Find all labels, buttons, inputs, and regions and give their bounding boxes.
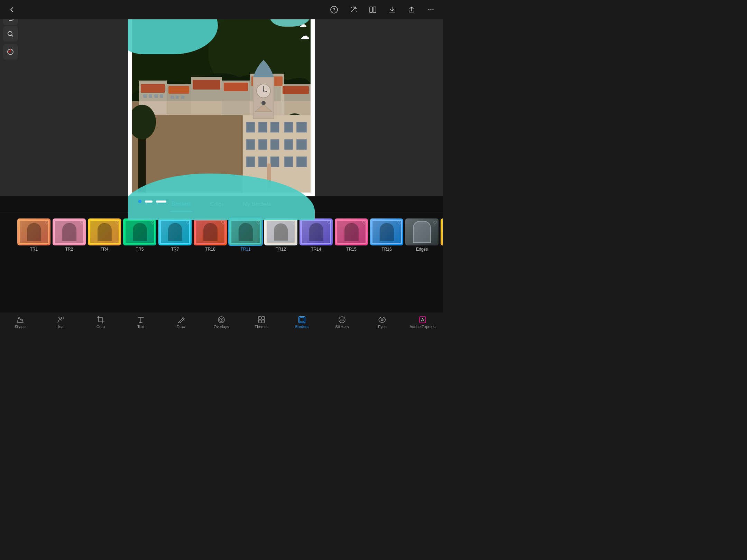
svg-rect-80 [419, 317, 426, 323]
svg-rect-56 [296, 157, 307, 167]
svg-point-75 [339, 317, 345, 323]
heart-TR5[interactable]: ♡ [150, 220, 155, 225]
more-button[interactable] [425, 3, 437, 16]
svg-rect-70 [262, 317, 265, 319]
thumb-label-TR4: TR4 [101, 247, 109, 252]
thumb-label-TR12: TR12 [276, 247, 286, 252]
svg-rect-25 [193, 80, 220, 90]
help-button[interactable]: ? [328, 3, 340, 16]
compare-button[interactable] [367, 3, 379, 16]
svg-rect-42 [246, 122, 255, 132]
svg-rect-49 [270, 139, 279, 150]
tool-adobe-express[interactable]: Adobe Express [403, 312, 443, 332]
heart-TR15[interactable]: ♡ [362, 220, 367, 225]
svg-rect-26 [224, 83, 248, 91]
svg-rect-50 [284, 139, 293, 150]
svg-point-68 [221, 319, 222, 320]
heart-TR16[interactable]: ♡ [397, 220, 402, 225]
tool-borders[interactable]: Borders [282, 312, 322, 332]
thumb-label-TR16: TR16 [381, 247, 391, 252]
heart-Edges[interactable]: ♡ [433, 220, 437, 225]
tool-shape[interactable]: Shape [0, 312, 40, 332]
bottom-toolbar: Shape Heal Crop Text Draw [0, 312, 443, 332]
svg-rect-48 [258, 139, 267, 150]
download-button[interactable] [386, 3, 398, 16]
svg-rect-54 [270, 157, 279, 167]
svg-rect-47 [246, 139, 255, 150]
thumb-label-TR14: TR14 [311, 247, 321, 252]
heart-TR14[interactable]: ♡ [327, 220, 331, 225]
heart-TR11[interactable]: ♡ [256, 220, 261, 225]
canvas-wrapper[interactable]: HOTEL ★ ☁ ☁ ☁ [128, 0, 315, 220]
thumb-TR10[interactable]: ♡ TR10 [194, 218, 227, 252]
thumb-label-TR10: TR10 [205, 247, 215, 252]
svg-point-65 [61, 317, 63, 319]
thumb-Gol[interactable]: ♡ Gol [441, 218, 443, 252]
svg-rect-34 [176, 96, 179, 99]
svg-text:?: ? [333, 7, 335, 12]
thumb-TR16[interactable]: ♡ TR16 [370, 218, 403, 252]
back-button[interactable] [6, 3, 18, 16]
svg-rect-52 [246, 157, 255, 167]
svg-rect-30 [149, 94, 152, 98]
svg-rect-53 [258, 157, 267, 167]
svg-rect-72 [262, 320, 265, 323]
top-bar-left [6, 3, 18, 16]
svg-rect-35 [181, 96, 184, 99]
heart-TR10[interactable]: ♡ [221, 220, 225, 225]
thumb-TR14[interactable]: ♡ TR14 [299, 218, 333, 252]
heart-TR1[interactable]: ♡ [45, 220, 49, 225]
dot-white-1 [145, 200, 153, 203]
svg-rect-23 [141, 84, 165, 93]
tool-eyes[interactable]: Eyes [362, 312, 402, 332]
tool-crop[interactable]: Crop [81, 312, 121, 332]
thumb-TR11[interactable]: ♡ TR11 [229, 218, 262, 252]
svg-point-8 [8, 31, 12, 36]
tool-heal[interactable]: Heal [40, 312, 80, 332]
thumb-TR4[interactable]: ♡ TR4 [88, 218, 121, 252]
cloud-2: ☁ [299, 20, 307, 29]
svg-point-62 [261, 101, 266, 105]
heart-TR7[interactable]: ♡ [186, 220, 190, 225]
tool-stickers[interactable]: Stickers [322, 312, 362, 332]
dot-white-2 [156, 200, 166, 203]
top-bar-right: ? [328, 3, 437, 16]
tool-text[interactable]: Text [121, 312, 161, 332]
svg-rect-31 [154, 94, 158, 98]
svg-rect-28 [283, 86, 309, 94]
svg-rect-45 [284, 122, 293, 132]
thumb-TR1[interactable]: ♡ TR1 [17, 218, 50, 252]
svg-rect-44 [270, 122, 279, 132]
thumb-Edges[interactable]: ♡ Edges [405, 218, 439, 252]
share-button[interactable] [405, 3, 418, 16]
search-icon-btn[interactable] [3, 26, 18, 41]
thumb-label-Edges: Edges [416, 247, 428, 252]
heart-TR12[interactable]: ♡ [292, 220, 296, 225]
svg-rect-69 [258, 317, 261, 319]
svg-rect-55 [284, 157, 293, 167]
thumb-TR5[interactable]: ♡ TR5 [123, 218, 156, 252]
svg-rect-29 [143, 94, 147, 98]
svg-rect-46 [296, 122, 307, 132]
svg-point-2 [354, 7, 356, 9]
thumb-label-TR15: TR15 [346, 247, 356, 252]
thumb-TR15[interactable]: ♡ TR15 [335, 218, 368, 252]
heart-TR2[interactable]: ♡ [80, 220, 84, 225]
tool-overlays[interactable]: Overlays [201, 312, 241, 332]
thumb-TR12[interactable]: ♡ TR12 [264, 218, 297, 252]
svg-point-7 [433, 9, 434, 10]
svg-rect-3 [370, 7, 372, 12]
thumb-TR7[interactable]: ♡ TR7 [158, 218, 192, 252]
thumb-label-TR1: TR1 [30, 247, 38, 252]
svg-rect-74 [300, 318, 304, 322]
tool-draw[interactable]: Draw [161, 312, 201, 332]
heart-TR4[interactable]: ♡ [115, 220, 120, 225]
magic-button[interactable] [347, 3, 360, 16]
tool-themes[interactable]: Themes [241, 312, 282, 332]
top-bar: ? [0, 0, 443, 19]
svg-point-6 [431, 9, 432, 10]
thumb-label-TR7: TR7 [171, 247, 179, 252]
filter-icon-btn[interactable] [3, 44, 18, 59]
svg-rect-71 [258, 320, 261, 323]
thumb-TR2[interactable]: ♡ TR2 [53, 218, 86, 252]
